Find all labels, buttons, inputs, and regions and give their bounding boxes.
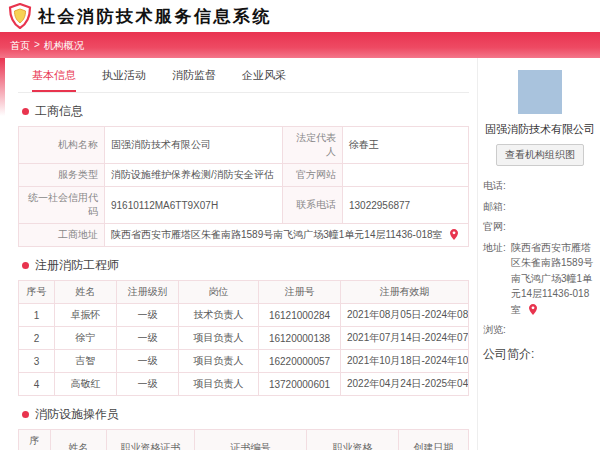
- table-cell: 4: [19, 373, 55, 396]
- field-label: 电话:: [483, 178, 511, 194]
- field-label: 机构名称: [19, 127, 105, 164]
- table-cell: 16121000284: [259, 304, 341, 327]
- table-cell: 3: [19, 350, 55, 373]
- main-content: 基本信息 执业活动 消防监督 企业风采 工商信息 机构名称 固强消防技术有限公司…: [10, 58, 478, 450]
- field-label: 地址:: [483, 240, 511, 318]
- field-label: 服务类型: [19, 164, 105, 187]
- tab-bar: 基本信息 执业活动 消防监督 企业风采: [18, 58, 469, 93]
- table-cell: 2: [19, 327, 55, 350]
- table-row: 3吉智一级项目负责人162200000572021年10月18日-2024年10…: [19, 350, 469, 373]
- breadcrumb: 首页 > 机构概况: [10, 39, 84, 53]
- table-cell: 16220000057: [259, 350, 341, 373]
- field-label: 联系电话: [283, 187, 343, 224]
- field-value: [343, 164, 469, 187]
- table-cell: 一级: [117, 373, 179, 396]
- tab-company-showcase[interactable]: 企业风采: [242, 68, 286, 92]
- page: 社会消防技术服务信息系统 首页 > 机构概况 基本信息 执业活动 消防监督 企业…: [0, 0, 600, 450]
- sidebar-field-email: 邮箱:: [483, 199, 597, 215]
- table-header-row: 序号姓名注册级别岗位注册号注册有效期: [19, 281, 469, 304]
- table-cell: 2021年07月14日-2024年07月14日: [341, 327, 469, 350]
- field-value: 消防设施维护保养检测/消防安全评估: [105, 164, 283, 187]
- table-row: 工商地址 陕西省西安市雁塔区朱雀南路1589号南飞鸿广场3幢1单元14层1143…: [19, 224, 469, 247]
- red-dot-icon: [22, 262, 29, 269]
- column-header: 注册有效期: [341, 281, 469, 304]
- sidebar-field-phone: 电话:: [483, 178, 597, 194]
- section-label: 工商信息: [35, 103, 83, 120]
- field-value: 91610112MA6TT9X07H: [105, 187, 283, 224]
- table-cell: 2021年10月18日-2024年10月18日: [341, 350, 469, 373]
- field-label: 官方网站: [283, 164, 343, 187]
- shield-logo-icon: [8, 3, 32, 29]
- table-cell: 徐宁: [55, 327, 117, 350]
- breadcrumb-band: 首页 > 机构概况: [0, 32, 600, 58]
- table-cell: 吉智: [55, 350, 117, 373]
- red-dot-icon: [22, 411, 29, 418]
- app-header: 社会消防技术服务信息系统: [0, 0, 600, 32]
- view-org-chart-button[interactable]: 查看机构组织图: [496, 144, 584, 166]
- table-cell: 2022年04月24日-2025年04月24日: [341, 373, 469, 396]
- company-intro-label: 公司简介:: [483, 346, 597, 363]
- operators-table: 序号姓名职业资格证书证书编号职业资格创建日期1戴文强四级/中级技能1936003…: [18, 429, 469, 450]
- column-header: 职业资格: [307, 430, 399, 450]
- table-cell: 卓振怀: [55, 304, 117, 327]
- field-value: [511, 219, 597, 235]
- column-header: 姓名: [55, 281, 117, 304]
- address-text: 陕西省西安市雁塔区朱雀南路1589号南飞鸿广场3幢1单元14层11436-018…: [511, 242, 593, 315]
- field-label: 法定代表人: [283, 127, 343, 164]
- field-value: [511, 322, 597, 338]
- sidebar-company-name: 固强消防技术有限公司: [483, 122, 597, 136]
- field-value: 陕西省西安市雁塔区朱雀南路1589号南飞鸿广场3幢1单元14层11436-018…: [105, 224, 469, 247]
- table-cell: 2021年08月05日-2024年08月05日: [341, 304, 469, 327]
- table-cell: 16120000138: [259, 327, 341, 350]
- table-cell: 项目负责人: [179, 373, 259, 396]
- breadcrumb-home-link[interactable]: 首页: [10, 39, 30, 53]
- tab-practice-activity[interactable]: 执业活动: [102, 68, 146, 92]
- sidebar-field-address: 地址: 陕西省西安市雁塔区朱雀南路1589号南飞鸿广场3幢1单元14层11436…: [483, 240, 597, 318]
- company-logo-placeholder: [518, 70, 562, 114]
- table-cell: 项目负责人: [179, 327, 259, 350]
- field-label: 官网:: [483, 219, 511, 235]
- engineers-table: 序号姓名注册级别岗位注册号注册有效期1卓振怀一级技术负责人16121000284…: [18, 280, 469, 396]
- business-info-table: 机构名称 固强消防技术有限公司 法定代表人 徐春王 服务类型 消防设施维护保养检…: [18, 126, 469, 247]
- business-address: 陕西省西安市雁塔区朱雀南路1589号南飞鸿广场3幢1单元14层11436-018…: [111, 229, 443, 240]
- column-header: 序号: [19, 430, 51, 450]
- business-info-section-title: 工商信息: [22, 103, 469, 120]
- sidebar-field-website: 官网:: [483, 219, 597, 235]
- field-label: 邮箱:: [483, 199, 511, 215]
- tab-fire-supervision[interactable]: 消防监督: [172, 68, 216, 92]
- table-cell: 高敬红: [55, 373, 117, 396]
- table-row: 4高敬红一级项目负责人137200006012022年04月24日-2025年0…: [19, 373, 469, 396]
- section-label: 消防设施操作员: [35, 406, 119, 423]
- column-header: 岗位: [179, 281, 259, 304]
- field-label: 工商地址: [19, 224, 105, 247]
- table-cell: 一级: [117, 304, 179, 327]
- section-label: 注册消防工程师: [35, 257, 119, 274]
- column-header: 职业资格证书: [107, 430, 195, 450]
- table-cell: 一级: [117, 327, 179, 350]
- location-pin-icon[interactable]: [450, 229, 458, 240]
- tab-basic-info[interactable]: 基本信息: [32, 68, 76, 92]
- app-title: 社会消防技术服务信息系统: [38, 5, 272, 28]
- table-row: 服务类型 消防设施维护保养检测/消防安全评估 官方网站: [19, 164, 469, 187]
- table-cell: 项目负责人: [179, 350, 259, 373]
- engineers-section-title: 注册消防工程师: [22, 257, 469, 274]
- red-dot-icon: [22, 108, 29, 115]
- field-value: [511, 178, 597, 194]
- field-value: 13022956877: [343, 187, 469, 224]
- field-label: 统一社会信用代码: [19, 187, 105, 224]
- location-pin-icon[interactable]: [529, 304, 537, 315]
- table-cell: 13720000601: [259, 373, 341, 396]
- breadcrumb-current: 机构概况: [44, 39, 84, 53]
- sidebar-field-views: 浏览:: [483, 322, 597, 338]
- table-header-row: 序号姓名职业资格证书证书编号职业资格创建日期: [19, 430, 469, 450]
- table-row: 机构名称 固强消防技术有限公司 法定代表人 徐春王: [19, 127, 469, 164]
- sidebar-address: 陕西省西安市雁塔区朱雀南路1589号南飞鸿广场3幢1单元14层11436-018…: [511, 240, 597, 318]
- table-row: 统一社会信用代码 91610112MA6TT9X07H 联系电话 1302295…: [19, 187, 469, 224]
- table-cell: 技术负责人: [179, 304, 259, 327]
- operators-section-title: 消防设施操作员: [22, 406, 469, 423]
- company-sidebar: 固强消防技术有限公司 查看机构组织图 电话: 邮箱: 官网: 地址: 陕西省西安…: [483, 62, 597, 363]
- field-label: 浏览:: [483, 322, 511, 338]
- table-row: 1卓振怀一级技术负责人161210002842021年08月05日-2024年0…: [19, 304, 469, 327]
- field-value: 固强消防技术有限公司: [105, 127, 283, 164]
- column-header: 姓名: [51, 430, 107, 450]
